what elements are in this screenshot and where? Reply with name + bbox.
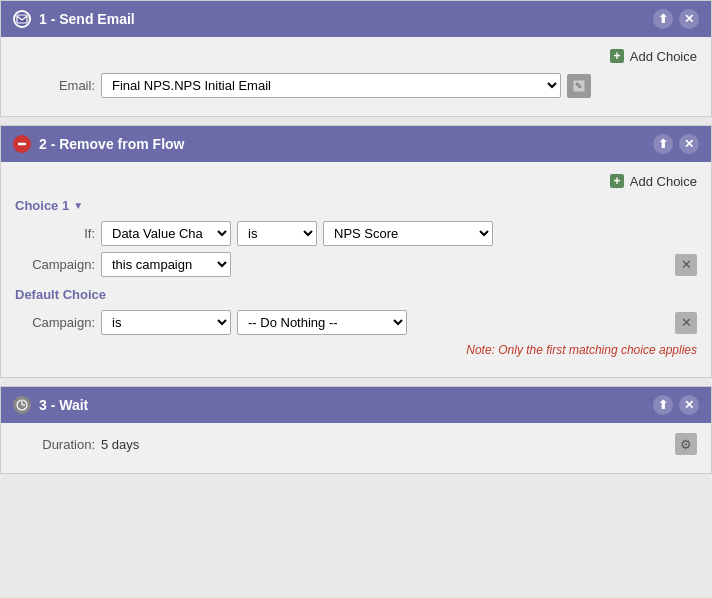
remove-flow-up-button[interactable]: ⬆ [653, 134, 673, 154]
wait-close-button[interactable]: ✕ [679, 395, 699, 415]
wait-body: Duration: 5 days ⚙ [1, 423, 711, 473]
card-wait-header: 3 - Wait ⬆ ✕ [1, 387, 711, 423]
add-choice-icon-2: + [608, 172, 626, 190]
card-remove-flow: 2 - Remove from Flow ⬆ ✕ + Add Choice [0, 125, 712, 378]
delete-icon-2: ✕ [681, 315, 692, 330]
if-label: If: [15, 226, 95, 241]
duration-label: Duration: [15, 437, 95, 452]
close-icon-2: ✕ [684, 137, 694, 151]
delete-choice-1-button[interactable]: ✕ [675, 254, 697, 276]
send-email-header-icons: ⬆ ✕ [653, 9, 699, 29]
note-text: Note: Only the first matching choice app… [15, 343, 697, 357]
send-email-body: + Add Choice Email: Final NPS.NPS Initia… [1, 37, 711, 116]
svg-rect-0 [17, 15, 27, 23]
add-choice-button-1[interactable]: + Add Choice [608, 47, 697, 65]
close-icon: ✕ [684, 12, 694, 26]
add-choice-row-1: + Add Choice [15, 47, 697, 65]
delete-icon-1: ✕ [681, 257, 692, 272]
close-icon-3: ✕ [684, 398, 694, 412]
operator-select[interactable]: is [237, 221, 317, 246]
remove-flow-close-button[interactable]: ✕ [679, 134, 699, 154]
remove-flow-body: + Add Choice Choice 1 ▼ If: Data Value C… [1, 162, 711, 377]
wait-title: 3 - Wait [39, 397, 88, 413]
delete-default-button[interactable]: ✕ [675, 312, 697, 334]
card-remove-flow-header: 2 - Remove from Flow ⬆ ✕ [1, 126, 711, 162]
svg-text:✎: ✎ [575, 81, 583, 91]
card-remove-flow-title-area: 2 - Remove from Flow [13, 135, 184, 153]
remove-flow-step-icon [13, 135, 31, 153]
card-wait-title-area: 3 - Wait [13, 396, 88, 414]
default-value-select[interactable]: -- Do Nothing -- [237, 310, 407, 335]
send-email-step-icon [13, 10, 31, 28]
default-campaign-select[interactable]: is [101, 310, 231, 335]
campaign-select-1[interactable]: this campaign [101, 252, 231, 277]
card-send-email-header: 1 - Send Email ⬆ ✕ [1, 1, 711, 37]
add-choice-row-2: + Add Choice [15, 172, 697, 190]
wait-up-button[interactable]: ⬆ [653, 395, 673, 415]
card-wait: 3 - Wait ⬆ ✕ Duration: 5 days ⚙ [0, 386, 712, 474]
condition-select[interactable]: Data Value Cha [101, 221, 231, 246]
add-choice-label-2: Add Choice [630, 174, 697, 189]
up-icon-3: ⬆ [658, 398, 668, 412]
default-campaign-row: Campaign: is -- Do Nothing -- ✕ [15, 310, 697, 335]
note-emphasis: Note: Only the first matching choice app… [466, 343, 697, 357]
email-form-row: Email: Final NPS.NPS Initial Email ✎ [15, 73, 697, 98]
send-email-title: 1 - Send Email [39, 11, 135, 27]
value-select[interactable]: NPS Score [323, 221, 493, 246]
choice-1-section: Choice 1 ▼ If: Data Value Cha is NPS Sco… [15, 198, 697, 277]
campaign-label-1: Campaign: [15, 257, 95, 272]
duration-gear-button[interactable]: ⚙ [675, 433, 697, 455]
duration-row: Duration: 5 days ⚙ [15, 433, 697, 455]
choice-1-arrow: ▼ [73, 200, 83, 211]
svg-text:+: + [613, 174, 620, 188]
campaign-row-1: Campaign: this campaign ✕ [15, 252, 697, 277]
send-email-close-button[interactable]: ✕ [679, 9, 699, 29]
default-choice-label: Default Choice [15, 287, 697, 302]
choice-1-title: Choice 1 ▼ [15, 198, 697, 213]
remove-flow-title: 2 - Remove from Flow [39, 136, 184, 152]
add-choice-button-2[interactable]: + Add Choice [608, 172, 697, 190]
gear-icon: ⚙ [680, 437, 692, 452]
card-send-email: 1 - Send Email ⬆ ✕ + Add Choice [0, 0, 712, 117]
send-email-up-button[interactable]: ⬆ [653, 9, 673, 29]
svg-text:+: + [613, 49, 620, 63]
add-choice-label-1: Add Choice [630, 49, 697, 64]
duration-value: 5 days [101, 437, 669, 452]
if-row: If: Data Value Cha is NPS Score [15, 221, 697, 246]
wait-step-icon [13, 396, 31, 414]
card-send-email-title-area: 1 - Send Email [13, 10, 135, 28]
choice-1-label: Choice 1 [15, 198, 69, 213]
email-label: Email: [15, 78, 95, 93]
default-choice-section: Default Choice Campaign: is -- Do Nothin… [15, 287, 697, 357]
up-icon-2: ⬆ [658, 137, 668, 151]
email-edit-icon[interactable]: ✎ [567, 74, 591, 98]
email-select[interactable]: Final NPS.NPS Initial Email [101, 73, 561, 98]
wait-header-icons: ⬆ ✕ [653, 395, 699, 415]
remove-flow-header-icons: ⬆ ✕ [653, 134, 699, 154]
add-choice-icon-1: + [608, 47, 626, 65]
default-campaign-label: Campaign: [15, 315, 95, 330]
up-icon: ⬆ [658, 12, 668, 26]
